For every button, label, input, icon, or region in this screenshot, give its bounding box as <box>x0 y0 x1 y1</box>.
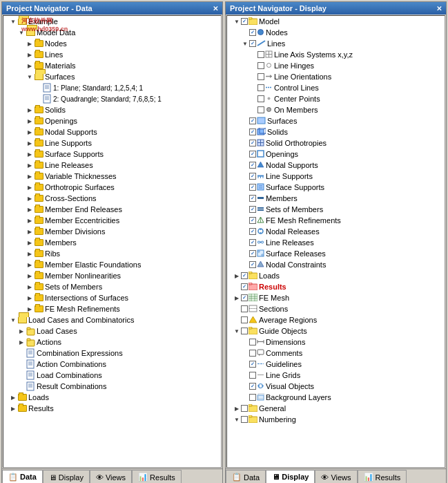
checkbox[interactable]: ✓ <box>249 261 256 268</box>
checkbox[interactable]: ✓ <box>241 294 248 301</box>
tab-display-right[interactable]: 🖥 Display <box>266 470 315 483</box>
expander-icon[interactable]: ▼ <box>17 28 26 37</box>
tree-row[interactable]: ▶ Cross-Sections <box>3 193 221 204</box>
expander-icon[interactable]: ▼ <box>241 39 249 48</box>
checkbox[interactable]: ✓ <box>249 195 256 202</box>
tree-row[interactable]: · Action Combinations <box>3 359 221 370</box>
checkbox[interactable]: ✓ <box>249 173 256 180</box>
tree-row[interactable]: · ✓ FE Mesh Refinements <box>227 215 445 226</box>
expander-icon[interactable]: ▶ <box>26 261 34 269</box>
checkbox[interactable]: ✓ <box>249 184 256 191</box>
tree-row[interactable]: ▶ Members <box>3 237 221 248</box>
tree-row[interactable]: ▶ FE Mesh Refinements <box>3 303 221 314</box>
tree-row[interactable]: · Line Grids <box>227 370 445 381</box>
expander-icon[interactable]: ▶ <box>9 404 17 413</box>
expander-icon[interactable]: ▼ <box>9 316 17 324</box>
checkbox[interactable]: ✓ <box>249 151 256 158</box>
expander-icon[interactable]: ▶ <box>26 227 34 236</box>
tree-row[interactable]: · ✓ Solids <box>227 126 445 138</box>
expander-icon[interactable]: ▼ <box>9 17 17 26</box>
tree-row[interactable]: ▶ Member Eccentricities <box>3 215 221 226</box>
tree-row[interactable]: ▶ Variable Thicknesses <box>3 171 221 182</box>
checkbox[interactable]: ✓ <box>249 140 256 146</box>
tree-row[interactable]: · 2: Quadrangle; Standard; 7,6,8,5; 1 <box>3 93 221 104</box>
checkbox[interactable] <box>241 405 248 412</box>
expander-icon[interactable]: ▶ <box>233 404 241 413</box>
tree-row[interactable]: ▶ Line Releases <box>3 160 221 171</box>
expander-icon[interactable]: ▶ <box>26 283 34 291</box>
expander-icon[interactable]: ▶ <box>26 161 34 169</box>
checkbox[interactable] <box>249 394 256 401</box>
expander-icon[interactable]: ▶ <box>26 183 34 191</box>
checkbox[interactable] <box>257 106 264 113</box>
tree-row[interactable]: · ✓ Surfaces <box>227 115 445 126</box>
expander-icon[interactable]: ▼ <box>233 17 241 26</box>
checkbox[interactable]: ✓ <box>249 228 256 235</box>
tree-row[interactable]: ▼ ✓ Lines <box>227 38 445 49</box>
checkbox[interactable] <box>257 51 264 58</box>
tab-data-right[interactable]: 📋 Data <box>226 470 266 483</box>
left-tree-container[interactable]: ▼ Example ▼ Model Data ▶ Nodes <box>3 15 222 468</box>
tree-row[interactable]: ▶ Member Elastic Foundations <box>3 259 221 270</box>
tree-row[interactable]: ▶ Sets of Members <box>3 281 221 292</box>
tree-row[interactable]: · ✓ Line Supports <box>227 171 445 182</box>
tree-row[interactable]: ▶ Nodes <box>3 38 221 49</box>
tree-row[interactable]: · Average Regions <box>227 314 445 325</box>
checkbox[interactable] <box>241 305 248 312</box>
tree-row[interactable]: ▶ Loads <box>3 392 221 403</box>
expander-icon[interactable]: ▶ <box>26 172 34 180</box>
tab-data-left[interactable]: 📋 Data <box>2 470 43 483</box>
tree-row[interactable]: ▶ Line Supports <box>3 138 221 149</box>
checkbox[interactable]: ✓ <box>249 239 256 246</box>
checkbox[interactable]: ✓ <box>249 383 256 390</box>
expander-icon[interactable]: ▶ <box>26 249 34 258</box>
tree-row[interactable]: ▶ ✓ Loads <box>227 270 445 281</box>
tree-row[interactable]: · Sections <box>227 303 445 314</box>
checkbox[interactable] <box>249 350 256 357</box>
tree-row[interactable]: · ✓ Members <box>227 193 445 204</box>
checkbox[interactable] <box>249 372 256 379</box>
tree-row[interactable]: ▶ Actions <box>3 337 221 348</box>
tree-row[interactable]: ▼ ✓ Model <box>227 16 445 27</box>
tree-row[interactable]: · ✓ Solid Orthotropies <box>227 138 445 149</box>
tree-row[interactable]: · Comments <box>227 348 445 359</box>
tree-row[interactable]: ▶ Ribs <box>3 248 221 259</box>
expander-icon[interactable]: ▶ <box>26 238 34 247</box>
expander-icon[interactable]: ▶ <box>26 139 34 147</box>
tree-row[interactable]: ▶ Results <box>3 403 221 414</box>
expander-icon[interactable]: ▶ <box>26 194 34 202</box>
tab-views-right[interactable]: 👁 Views <box>315 470 357 483</box>
checkbox[interactable]: ✓ <box>249 40 256 47</box>
checkbox[interactable]: ✓ <box>249 206 256 213</box>
checkbox[interactable]: ✓ <box>249 250 256 257</box>
expander-icon[interactable]: ▶ <box>26 150 34 158</box>
expander-icon[interactable]: ▼ <box>26 73 34 81</box>
tab-results-right[interactable]: 📊 Results <box>358 470 407 483</box>
tree-row[interactable]: ▼ Numbering <box>227 414 445 425</box>
tree-row[interactable]: ▶ General <box>227 403 445 414</box>
expander-icon[interactable]: ▶ <box>17 338 26 346</box>
checkbox[interactable] <box>257 95 264 102</box>
expander-icon[interactable]: ▶ <box>26 39 34 48</box>
expander-icon[interactable]: ▶ <box>26 61 34 70</box>
tree-row[interactable]: ▶ Nodal Supports <box>3 126 221 138</box>
tree-row[interactable]: · 1: Plane; Standard; 1,2,5,4; 1 <box>3 82 221 93</box>
tree-row[interactable]: · Result Combinations <box>3 381 221 392</box>
checkbox[interactable]: ✓ <box>249 162 256 169</box>
tree-row[interactable]: ▼ Guide Objects <box>227 325 445 337</box>
tree-row[interactable]: · ✓ Nodal Constraints <box>227 259 445 270</box>
checkbox[interactable] <box>241 328 248 334</box>
tree-row[interactable]: ▶ Load Cases <box>3 325 221 337</box>
right-panel-close[interactable]: ✕ <box>436 5 442 12</box>
expander-icon[interactable]: ▶ <box>26 216 34 225</box>
tree-row[interactable]: · ✓ Surface Supports <box>227 182 445 193</box>
tree-row[interactable]: · Combination Expressions <box>3 348 221 359</box>
tree-row[interactable]: ▶ Member Divisions <box>3 226 221 237</box>
tree-row[interactable]: · ✓ Nodes <box>227 27 445 38</box>
tree-row[interactable]: · ✓ Visual Objects <box>227 381 445 392</box>
tree-row[interactable]: · ✓ Nodal Supports <box>227 160 445 171</box>
tree-row[interactable]: · Control Lines <box>227 82 445 93</box>
expander-icon[interactable]: ▶ <box>26 272 34 280</box>
tree-row[interactable]: ▼ Load Cases and Combinatorics <box>3 314 221 325</box>
tree-row[interactable]: · Line Axis Systems x,y,z <box>227 49 445 60</box>
